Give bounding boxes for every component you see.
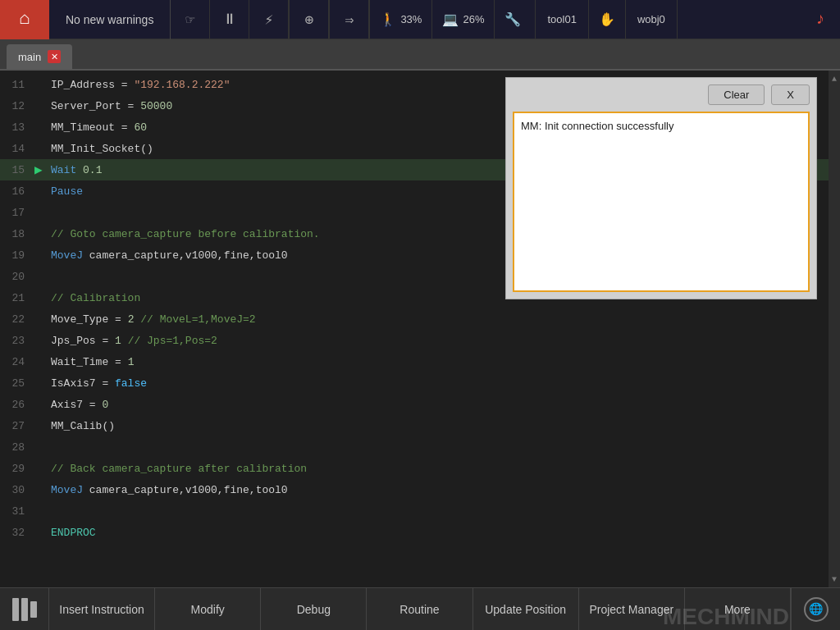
panel-icon xyxy=(12,598,37,621)
tab-label: main xyxy=(18,51,41,63)
home-icon: ⌂ xyxy=(19,9,30,30)
project-manager-button[interactable]: Project Manager xyxy=(579,588,685,631)
table-row: 26 Axis7 = 0 xyxy=(0,394,829,415)
scrollbar[interactable]: ▲ ▼ xyxy=(829,71,840,587)
wobj-name: wobj0 xyxy=(637,13,665,25)
music-icon: ♪ xyxy=(815,10,825,29)
clear-button[interactable]: Clear xyxy=(708,84,765,105)
close-popup-button[interactable]: X xyxy=(771,84,810,105)
pause-icon-btn[interactable]: ⏸ xyxy=(210,0,249,39)
tab-bar: main ✕ xyxy=(0,39,840,71)
update-position-button[interactable]: Update Position xyxy=(473,588,579,631)
table-row: 23 Jps_Pos = 1 // Jps=1,Pos=2 xyxy=(0,330,829,351)
popup-toolbar: Clear X xyxy=(506,78,816,112)
routine-button[interactable]: Routine xyxy=(367,588,472,631)
table-row: 32 ENDPROC xyxy=(0,522,829,543)
touch-icon: ☞ xyxy=(185,11,194,29)
home-button[interactable]: ⌂ xyxy=(0,0,49,39)
tool-wrench: 🔧 xyxy=(495,0,536,39)
bottom-bar: Insert Instruction Modify Debug Routine … xyxy=(0,587,840,630)
wobj-label: wobj0 xyxy=(626,0,678,39)
arrow-icon-btn[interactable]: ⇒ xyxy=(330,0,369,39)
globe-icon: 🌐 xyxy=(804,597,829,622)
top-bar: ⌂ No new warnings ☞ ⏸ ⚡ ⊕ ⇒ 🚶 33% 💻 26% xyxy=(0,0,840,39)
tab-close-button[interactable]: ✕ xyxy=(48,50,61,63)
table-row: 27 MM_Calib() xyxy=(0,415,829,436)
popup-message-area: MM: Init connection successfully xyxy=(513,112,810,292)
insert-instruction-button[interactable]: Insert Instruction xyxy=(49,588,155,631)
warning-label: No new warnings xyxy=(66,13,153,26)
pause-icon: ⏸ xyxy=(222,11,237,28)
table-row: 30 MoveJ camera_capture,v1000,fine,tool0 xyxy=(0,479,829,500)
scroll-down-arrow[interactable]: ▼ xyxy=(829,571,840,587)
popup-panel: Clear X MM: Init connection successfully xyxy=(505,77,817,299)
music-icon-btn[interactable]: ♪ xyxy=(801,0,840,39)
tool-label: tool01 xyxy=(536,0,588,39)
popup-message: MM: Init connection successfully xyxy=(521,120,673,132)
globe-button[interactable]: 🌐 xyxy=(791,588,840,631)
debug-button[interactable]: Debug xyxy=(261,588,367,631)
table-row: 31 xyxy=(0,500,829,522)
arrow-right-icon: ⇒ xyxy=(345,11,354,29)
run-stat: 🚶 33% xyxy=(370,0,432,39)
modify-button[interactable]: Modify xyxy=(155,588,261,631)
touch-icon-btn[interactable]: ☞ xyxy=(171,0,210,39)
memory-percent: 26% xyxy=(463,13,484,25)
tool-name: tool01 xyxy=(547,13,576,25)
export-icon: ⊕ xyxy=(304,11,313,29)
lightning-icon: ⚡ xyxy=(264,11,273,29)
export-icon-btn[interactable]: ⊕ xyxy=(290,0,329,39)
table-row: 22 Move_Type = 2 // MoveL=1,MoveJ=2 xyxy=(0,308,829,330)
table-row: 24 Wait_Time = 1 xyxy=(0,351,829,372)
scroll-up-arrow[interactable]: ▲ xyxy=(829,71,840,87)
lightning-icon-btn[interactable]: ⚡ xyxy=(249,0,289,39)
table-row: 28 xyxy=(0,436,829,458)
hand-stat: ✋ xyxy=(589,0,626,39)
warning-text: No new warnings xyxy=(49,0,171,39)
topbar-icons: ☞ ⏸ ⚡ ⊕ ⇒ 🚶 33% 💻 26% 🔧 tool01 xyxy=(171,0,840,39)
bottom-menu: Insert Instruction Modify Debug Routine … xyxy=(49,588,791,631)
memory-stat: 💻 26% xyxy=(432,0,495,39)
table-row: 29 // Back camera_capture after calibrat… xyxy=(0,458,829,479)
more-button[interactable]: More xyxy=(685,588,791,631)
run-percent: 33% xyxy=(400,13,422,25)
tab-main[interactable]: main ✕ xyxy=(7,44,72,69)
main-area: 11 IP_Address = "192.168.2.222" 12 Serve… xyxy=(0,71,840,587)
panel-icon-btn[interactable] xyxy=(0,588,49,631)
table-row: 25 IsAxis7 = false xyxy=(0,372,829,394)
